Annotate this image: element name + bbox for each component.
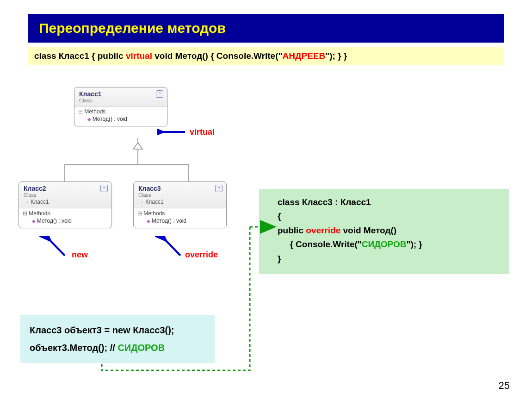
- section-label: Methods: [23, 210, 108, 217]
- svg-line-9: [49, 240, 65, 256]
- collapse-icon: ⌃: [215, 185, 223, 192]
- code-part: class Класс1 { public: [34, 51, 126, 61]
- uml-header: Класс2 Class Класс1 ⌃: [19, 182, 111, 208]
- code-part: { Console.Write(": [278, 239, 362, 249]
- uml-class1: Класс1 Class ⌃ Methods Метод() : void: [74, 87, 167, 126]
- arrow-virtual: [157, 125, 190, 139]
- title-text: Переопределение методов: [39, 20, 226, 36]
- class-type: Class: [138, 192, 223, 198]
- class-type: Class: [79, 98, 163, 103]
- string-literal: АНДРЕЕВ: [283, 51, 326, 61]
- collapse-icon: ⌃: [100, 185, 108, 192]
- code-strip: class Класс1 { public virtual void Метод…: [28, 47, 504, 65]
- uml-class2: Класс2 Class Класс1 ⌃ Methods Метод() : …: [19, 181, 112, 228]
- method-signature: Метод() : void: [32, 218, 108, 224]
- method-signature: Метод() : void: [87, 116, 163, 122]
- label-virtual: virtual: [190, 127, 215, 137]
- usage-code: Класс3 объект3 = new Класс3(); объект3.М…: [20, 315, 215, 363]
- class-name: Класс1: [79, 90, 163, 98]
- code-line: }: [278, 252, 500, 266]
- code-line: Класс3 объект3 = new Класс3();: [30, 321, 205, 339]
- code-part: "); }: [406, 239, 422, 249]
- section-label: Methods: [137, 210, 223, 217]
- code-part: void Метод(): [340, 225, 396, 235]
- base-class: Класс1: [138, 199, 223, 205]
- output-comment: СИДОРОВ: [118, 343, 165, 353]
- page-number: 25: [499, 380, 510, 392]
- code-line: class Класс3 : Класс1: [278, 195, 500, 209]
- uml-body: Methods Метод() : void: [134, 208, 226, 228]
- code-part: void Метод() { Console.Write(": [152, 51, 283, 61]
- code-line: {: [278, 209, 500, 223]
- section-label: Methods: [78, 108, 163, 115]
- uml-class3: Класс3 Class Класс1 ⌃ Methods Метод() : …: [133, 181, 227, 228]
- class-type: Class: [24, 192, 108, 198]
- uml-body: Methods Метод() : void: [74, 106, 167, 126]
- class-name: Класс2: [24, 185, 108, 192]
- method-signature: Метод() : void: [147, 218, 223, 224]
- label-override: override: [185, 250, 218, 260]
- uml-body: Methods Метод() : void: [19, 208, 111, 228]
- label-new: new: [72, 250, 88, 260]
- code-part: "); } }: [325, 51, 347, 61]
- keyword-virtual: virtual: [126, 51, 152, 61]
- code-part: объект3.Метод(); //: [30, 343, 118, 353]
- uml-header: Класс3 Class Класс1 ⌃: [134, 182, 226, 208]
- slide-title: Переопределение методов: [28, 14, 504, 43]
- keyword-override: override: [306, 225, 340, 235]
- code-line-body: { Console.Write("СИДОРОВ"); }: [278, 238, 500, 251]
- code-line-call: объект3.Метод(); // СИДОРОВ: [30, 339, 205, 356]
- svg-line-11: [165, 240, 180, 256]
- string-literal: СИДОРОВ: [362, 239, 407, 249]
- code-line-override: public override void Метод(): [278, 224, 500, 238]
- arrow-override: [155, 236, 187, 259]
- collapse-icon: ⌃: [156, 90, 163, 98]
- svg-marker-0: [133, 143, 142, 149]
- class-name: Класс3: [138, 185, 223, 192]
- class3-definition: class Класс3 : Класс1 { public override …: [259, 189, 509, 274]
- uml-header: Класс1 Class ⌃: [74, 88, 167, 106]
- arrow-new: [39, 236, 72, 259]
- code-part: public: [278, 225, 306, 235]
- base-class: Класс1: [24, 199, 108, 205]
